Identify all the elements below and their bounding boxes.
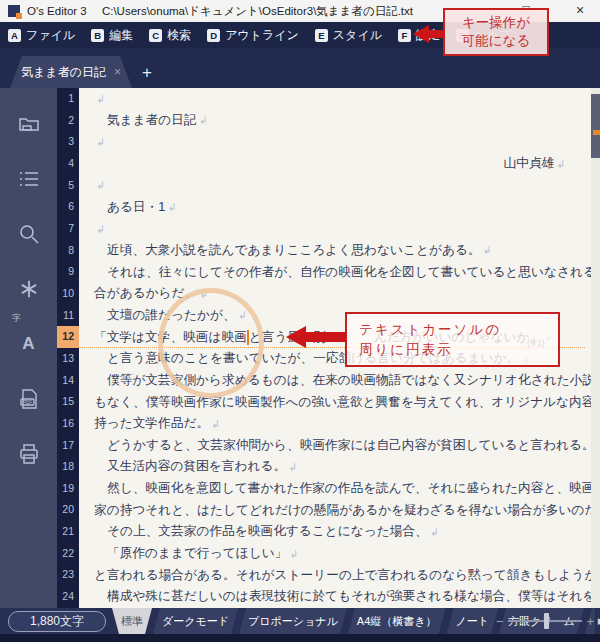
- menu-item-A[interactable]: Aファイル: [8, 27, 75, 44]
- text-line[interactable]: と言われる場合がある。それがストーリーの上で言われるのなら黙って頷きもしようが、: [79, 564, 591, 586]
- return-mark: ↲: [96, 223, 105, 235]
- menu-item-C[interactable]: C検索: [149, 27, 191, 44]
- line-number: 2: [57, 110, 79, 132]
- return-mark: ↲: [211, 418, 220, 430]
- line-text: 僕等が文芸家側から求めるものは、在来の映画物語ではなく又シナリオ化された小説で: [107, 372, 591, 389]
- svg-text:PDF: PDF: [23, 400, 32, 405]
- text-line[interactable]: 気まま者の日記↲: [79, 110, 591, 132]
- line-text: どうかすると、文芸家仲間から、映画作家には自己内容が貧困していると言われる。: [107, 437, 591, 454]
- line-text: 持った文学作品だ。: [94, 415, 209, 432]
- text-line[interactable]: 家の持つそれと、はたしてどれだけの懸隔があるかを疑わざるを得ない場合が多いのだ。: [79, 499, 591, 521]
- font-character-icon[interactable]: A字: [0, 316, 57, 371]
- status-bar: 1,880文字 標準ダークモードプロポーショナルA4縦（横書き）ノート方眼クリー…: [0, 608, 600, 634]
- line-number: 5: [57, 175, 79, 197]
- callout-text: 可能になる: [462, 32, 530, 50]
- app-window: O's Editor 3 C:\Users\onuma\ドキュメント\OsEdi…: [0, 0, 600, 642]
- return-mark: ↲: [96, 179, 105, 191]
- menu-item-label: 編集: [109, 27, 133, 44]
- document-tab[interactable]: 気まま者の日記 ×: [10, 56, 132, 88]
- preset-tab-標準[interactable]: 標準: [112, 608, 152, 634]
- zoom-in-icon[interactable]: +: [586, 614, 594, 629]
- cursor-circle-callout: テキストカーソルの 周りに円表示: [345, 312, 560, 367]
- line-number: 3: [57, 131, 79, 153]
- zoom-out-icon[interactable]: −: [496, 614, 504, 629]
- return-mark: ↲: [430, 526, 439, 538]
- tab-close-icon[interactable]: ×: [114, 65, 121, 79]
- text-line[interactable]: 山中貞雄↲: [79, 153, 591, 175]
- shortcut-key-badge: E: [315, 29, 328, 42]
- text-line[interactable]: 「原作のままで行ってほしい」↲: [79, 543, 591, 565]
- asterisk-icon[interactable]: [0, 261, 57, 316]
- text-line[interactable]: ↲: [79, 88, 591, 110]
- line-number: 24: [57, 586, 79, 608]
- text-line[interactable]: 近頃、大衆小説を読んであまりこころよく思わないことがある。↲: [79, 240, 591, 262]
- text-line[interactable]: どうかすると、文芸家仲間から、映画作家には自己内容が貧困していると言われる。↲: [79, 435, 591, 457]
- pdf-export-icon[interactable]: PDF: [0, 371, 57, 426]
- menu-item-label: ファイル: [26, 27, 75, 44]
- preset-tab-ダークモード[interactable]: ダークモード: [153, 608, 238, 634]
- new-tab-button[interactable]: +: [142, 63, 152, 83]
- menu-item-B[interactable]: B編集: [91, 27, 133, 44]
- line-number: 21: [57, 521, 79, 543]
- line-text: 構成や殊に甚だしいのは表現技術に於てもそれが強要される様な場合、僕等はそれを敢然: [107, 588, 591, 605]
- document-tab-title: 気まま者の日記: [21, 64, 106, 81]
- preset-tab-プロポーショナル[interactable]: プロポーショナル: [239, 608, 347, 634]
- scrollbar-cursor-marker: [593, 130, 600, 135]
- close-button[interactable]: ×: [572, 2, 588, 18]
- text-line[interactable]: 構成や殊に甚だしいのは表現技術に於てもそれが強要される様な場合、僕等はそれを敢然: [79, 586, 591, 608]
- shortcut-key-badge: F: [398, 29, 411, 42]
- return-mark: ↲: [96, 93, 105, 105]
- text-line[interactable]: もなく、僕等映画作家に映画製作への強い意欲と興奮を与えてくれ、オリジナルな内容を: [79, 391, 591, 413]
- return-mark: ↲: [288, 461, 297, 473]
- outline-list-icon[interactable]: [0, 151, 57, 206]
- return-mark: ↲: [199, 288, 208, 300]
- line-text: 然し、映画化を意図して書かれた作家の作品を読んで、それに盛られた内容と、映画作: [107, 480, 591, 497]
- search-icon[interactable]: [0, 206, 57, 261]
- line-number: 4: [57, 153, 79, 175]
- menu-item-E[interactable]: Eスタイル: [315, 27, 382, 44]
- text-line[interactable]: ↲: [79, 218, 591, 240]
- text-line[interactable]: ある日・1↲: [79, 196, 591, 218]
- text-line[interactable]: ↲: [79, 175, 591, 197]
- zoom-slider-track[interactable]: [508, 620, 583, 622]
- line-text: もなく、僕等映画作家に映画製作への強い意欲と興奮を与えてくれ、オリジナルな内容を: [94, 394, 591, 411]
- window-bottom-strip: [0, 634, 600, 642]
- text-line[interactable]: 持った文学作品だ。↲: [79, 413, 591, 435]
- preset-tab-ノート[interactable]: ノート: [447, 608, 499, 634]
- menu-item-label: スタイル: [333, 27, 382, 44]
- line-number: 1: [57, 88, 79, 110]
- zoom-slider[interactable]: − +: [496, 608, 594, 634]
- line-number: 22: [57, 543, 79, 565]
- character-count-badge: 1,880文字: [8, 611, 106, 632]
- scrollbar-thumb[interactable]: [591, 94, 600, 158]
- shortcut-key-badge: C: [149, 29, 162, 42]
- vertical-scrollbar[interactable]: [591, 88, 600, 608]
- line-number: 16: [57, 413, 79, 435]
- line-text: 合があるからだ。: [94, 285, 197, 302]
- text-line[interactable]: その上、文芸家の作品を映画化することになった場合、↲: [79, 521, 591, 543]
- text-line[interactable]: 僕等が文芸家側から求めるものは、在来の映画物語ではなく又シナリオ化された小説で: [79, 370, 591, 392]
- text-line[interactable]: それは、往々にしてその作者が、自作の映画化を企図して書いていると思いなされる場: [79, 261, 591, 283]
- text-line[interactable]: 又生活内容の貧困を言われる。↲: [79, 456, 591, 478]
- folder-icon[interactable]: [0, 96, 57, 151]
- text-line[interactable]: 然し、映画化を意図して書かれた作家の作品を読んで、それに盛られた内容と、映画作: [79, 478, 591, 500]
- menu-item-D[interactable]: Dアウトライン: [207, 27, 299, 44]
- callout-text: テキストカーソルの: [359, 320, 558, 340]
- window-title: O's Editor 3 C:\Users\onuma\ドキュメント\OsEdi…: [27, 4, 413, 19]
- line-number: 12: [57, 326, 79, 348]
- line-number: 8: [57, 240, 79, 262]
- return-mark: ↲: [556, 158, 565, 170]
- print-icon[interactable]: [0, 426, 57, 481]
- line-number: 19: [57, 478, 79, 500]
- line-number: 15: [57, 391, 79, 413]
- menu-item-label: アウトライン: [225, 27, 299, 44]
- text-line[interactable]: 合があるからだ。↲: [79, 283, 591, 305]
- line-text: 「文学は文学、映画は映画: [94, 329, 247, 346]
- line-number: 14: [57, 370, 79, 392]
- key-operation-callout: キー操作が 可能になる: [443, 8, 549, 56]
- callout-text: 周りに円表示: [359, 340, 558, 360]
- text-line[interactable]: ↲: [79, 131, 591, 153]
- line-number: 18: [57, 456, 79, 478]
- zoom-slider-thumb[interactable]: [544, 613, 549, 629]
- preset-tab-A4縦（横書き）[interactable]: A4縦（横書き）: [348, 608, 446, 634]
